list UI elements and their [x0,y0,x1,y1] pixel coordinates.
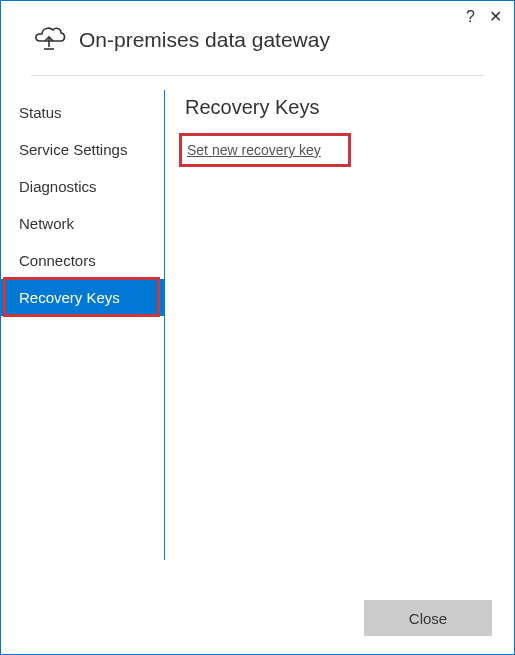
sidebar-item-status[interactable]: Status [1,94,164,131]
sidebar-item-recovery-keys[interactable]: Recovery Keys [1,279,164,316]
page-title: On-premises data gateway [79,28,330,52]
sidebar-item-label: Recovery Keys [19,289,120,306]
main-title: Recovery Keys [185,96,486,119]
sidebar-item-connectors[interactable]: Connectors [1,242,164,279]
sidebar-item-diagnostics[interactable]: Diagnostics [1,168,164,205]
sidebar-item-service-settings[interactable]: Service Settings [1,131,164,168]
close-icon[interactable]: ✕ [489,9,502,25]
recovery-link-row: Set new recovery key [185,137,329,165]
titlebar-controls: ? ✕ [466,9,502,25]
close-button[interactable]: Close [364,600,492,636]
set-recovery-key-link[interactable]: Set new recovery key [187,142,321,158]
sidebar-item-network[interactable]: Network [1,205,164,242]
sidebar: Status Service Settings Diagnostics Netw… [1,90,165,560]
content: Status Service Settings Diagnostics Netw… [1,76,514,560]
header: On-premises data gateway [1,1,514,75]
main-panel: Recovery Keys Set new recovery key [165,90,514,560]
cloud-gateway-icon [31,23,67,57]
help-icon[interactable]: ? [466,9,475,25]
footer: Close [364,600,492,636]
